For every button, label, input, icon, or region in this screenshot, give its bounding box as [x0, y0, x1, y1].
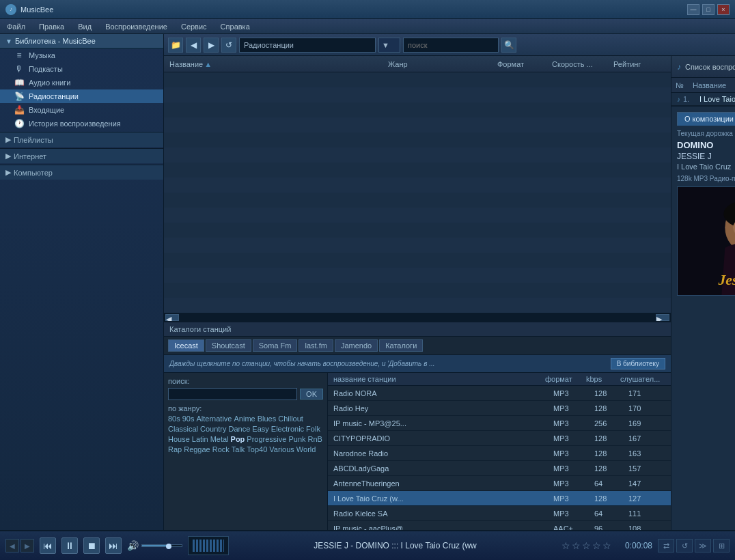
sidebar-item-podcasts[interactable]: 🎙 Подкасты — [0, 62, 163, 76]
genre-easy[interactable]: Easy — [252, 425, 268, 433]
menu-edit[interactable]: Правка — [36, 21, 67, 32]
genre-punk[interactable]: Punk — [288, 435, 305, 443]
catalog-search-input[interactable] — [168, 388, 297, 400]
genre-metal[interactable]: Metal — [210, 435, 229, 443]
shuffle-btn[interactable]: ⇄ — [658, 539, 674, 552]
genre-various[interactable]: Various — [269, 445, 294, 453]
catalog-ok-btn[interactable]: OK — [300, 389, 323, 400]
tab-jamendo[interactable]: Jamendo — [335, 339, 378, 352]
genre-reggae[interactable]: Reggae — [184, 445, 210, 453]
genre-house[interactable]: House — [168, 435, 190, 443]
catalog-station-row[interactable]: Radio Hey MP3 128 170 — [328, 401, 671, 416]
genre-electronic[interactable]: Electronic — [271, 425, 304, 433]
horizontal-scrollbar[interactable]: ◀ ▶ — [164, 313, 671, 321]
sidebar-item-music[interactable]: ≡ Музыка — [0, 48, 163, 62]
menu-file[interactable]: Файл — [4, 21, 28, 32]
catalog-station-row[interactable]: AntenneThueringen MP3 64 147 — [328, 476, 671, 491]
genre-rap[interactable]: Rap — [168, 445, 182, 453]
catalog-station-row[interactable]: ABCDLadyGaga MP3 128 157 — [328, 461, 671, 476]
view-dropdown[interactable]: ▼ — [378, 38, 400, 53]
volume-slider[interactable] — [141, 544, 182, 547]
sidebar-item-audiobooks[interactable]: 📖 Аудио книги — [0, 76, 163, 89]
genre-world[interactable]: World — [296, 445, 316, 453]
extra-btn2[interactable]: ⊞ — [713, 539, 730, 552]
sidebar-item-radio[interactable]: 📡 Радиостанции — [0, 89, 163, 103]
table-row[interactable] — [164, 163, 671, 178]
genre-folk[interactable]: Folk — [306, 425, 320, 433]
genre-country[interactable]: Country — [200, 425, 227, 433]
tab-icecast[interactable]: Icecast — [168, 339, 204, 352]
maximize-button[interactable]: □ — [702, 4, 715, 15]
catalog-station-row[interactable]: IP music - aacPlus@... AAC+ 96 108 — [328, 521, 671, 530]
table-row[interactable] — [164, 238, 671, 253]
menu-view[interactable]: Вид — [75, 21, 94, 32]
table-row[interactable] — [164, 253, 671, 268]
search-btn[interactable]: 🔍 — [501, 38, 516, 53]
catalog-station-row[interactable]: Narodnoe Radio MP3 128 163 — [328, 446, 671, 461]
genre-chillout[interactable]: Chillout — [278, 415, 303, 423]
menu-playback[interactable]: Воспроизведение — [102, 21, 170, 32]
menu-help[interactable]: Справка — [218, 21, 253, 32]
pause-btn[interactable]: ⏸ — [61, 537, 78, 554]
folder-btn[interactable]: 📁 — [168, 38, 183, 53]
catalog-station-row[interactable]: Radio Kielce SA MP3 64 111 — [328, 506, 671, 521]
table-row[interactable] — [164, 87, 671, 102]
table-row[interactable] — [164, 72, 671, 87]
add-to-library-btn[interactable]: В библиотеку — [611, 358, 665, 369]
sidebar-section-computer[interactable]: ▶ Компьютер — [0, 165, 163, 180]
tab-somafm[interactable]: Soma Fm — [253, 339, 298, 352]
genre-blues[interactable]: Blues — [258, 415, 277, 423]
tab-shoutcast[interactable]: Shoutcast — [206, 339, 251, 352]
genre-classical[interactable]: Classical — [168, 425, 198, 433]
back-btn[interactable]: ◀ — [186, 38, 201, 53]
search-box[interactable] — [403, 38, 499, 53]
refresh-btn[interactable]: ↺ — [221, 38, 236, 53]
sidebar-item-history[interactable]: 🕐 История воспроизведения — [0, 117, 163, 130]
genre-alternative[interactable]: Alternative — [197, 415, 232, 423]
genre-90s[interactable]: 90s — [182, 415, 195, 423]
nav-right-btn[interactable]: ▶ — [20, 539, 34, 552]
genre-latin[interactable]: Latin — [192, 435, 208, 443]
playlist-item[interactable]: ♪ 1. I Love Taio Cruz (... — [671, 93, 735, 106]
table-row[interactable] — [164, 178, 671, 193]
table-row[interactable] — [164, 132, 671, 148]
next-btn[interactable]: ⏭ — [105, 537, 122, 554]
genre-talk[interactable]: Talk — [232, 445, 245, 453]
menu-tools[interactable]: Сервис — [178, 21, 210, 32]
repeat-btn[interactable]: ↺ — [676, 539, 693, 552]
player-stars[interactable]: ☆☆☆☆☆ — [561, 540, 613, 551]
genre-top40[interactable]: Top40 — [247, 445, 267, 453]
genre-progressive[interactable]: Progressive — [247, 435, 286, 443]
tab-catalogs[interactable]: Каталоги — [379, 339, 423, 352]
extra-btn1[interactable]: ≫ — [695, 539, 711, 552]
genre-pop[interactable]: Pop — [231, 435, 245, 443]
catalog-station-row[interactable]: Radio NORA MP3 128 171 — [328, 386, 671, 401]
table-row[interactable] — [164, 268, 671, 283]
table-row[interactable] — [164, 223, 671, 238]
table-row[interactable] — [164, 117, 671, 132]
scroll-left-btn[interactable]: ◀ — [165, 314, 179, 321]
catalog-station-row-selected[interactable]: I Love Taio Cruz (w... MP3 128 127 — [328, 491, 671, 506]
stop-btn[interactable]: ⏹ — [83, 537, 100, 554]
tab-about[interactable]: О композиции — [677, 112, 735, 126]
table-row[interactable] — [164, 193, 671, 208]
table-row[interactable] — [164, 208, 671, 223]
genre-rock[interactable]: Rock — [212, 445, 230, 453]
scroll-right-btn[interactable]: ▶ — [656, 314, 669, 321]
nav-left-btn[interactable]: ◀ — [5, 539, 19, 552]
close-button[interactable]: × — [717, 4, 730, 15]
tab-lastfm[interactable]: last.fm — [299, 339, 333, 352]
search-input[interactable] — [408, 41, 494, 49]
sidebar-section-internet[interactable]: ▶ Интернет — [0, 148, 163, 163]
sidebar-section-playlists[interactable]: ▶ Плейлисты — [0, 132, 163, 147]
table-row[interactable] — [164, 148, 671, 163]
minimize-button[interactable]: — — [687, 4, 699, 15]
genre-rnb[interactable]: RnB — [308, 435, 322, 443]
genre-dance[interactable]: Dance — [229, 425, 251, 433]
prev-btn[interactable]: ⏮ — [40, 537, 56, 554]
table-row[interactable] — [164, 102, 671, 117]
catalog-station-row[interactable]: IP music - MP3@25... MP3 256 169 — [328, 416, 671, 431]
forward-btn[interactable]: ▶ — [204, 38, 219, 53]
catalog-station-row[interactable]: CITYPOPRADIO MP3 128 167 — [328, 431, 671, 446]
sidebar-item-inbox[interactable]: 📥 Входящие — [0, 103, 163, 117]
